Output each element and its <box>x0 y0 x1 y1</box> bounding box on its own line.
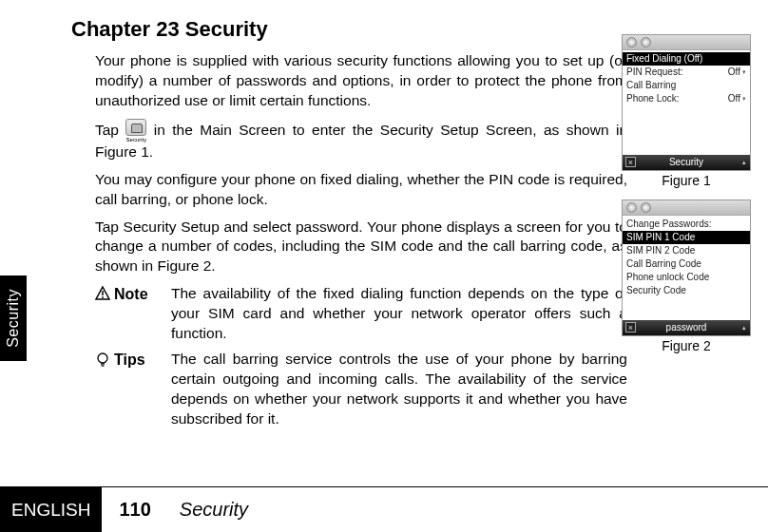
side-tab-label: Security <box>5 289 22 348</box>
lock-icon <box>125 119 146 136</box>
status-icon <box>641 37 651 48</box>
paragraph-1: Your phone is supplied with various secu… <box>95 51 627 111</box>
figure2-item[interactable]: Phone unlock Code <box>626 271 746 284</box>
tips-label-text: Tips <box>114 350 145 370</box>
list-item-label: Phone unlock Code <box>626 272 709 283</box>
figure2-title: password <box>666 322 707 333</box>
figure1-caption: Figure 1 <box>622 173 751 188</box>
figure1-pin-request[interactable]: PIN Request: Off ▾ <box>626 66 746 79</box>
page-footer: ENGLISH 110 Security <box>0 486 768 532</box>
status-icon <box>641 202 651 213</box>
figure2-item[interactable]: SIM PIN 1 Code <box>623 231 750 244</box>
status-icon <box>626 37 637 48</box>
list-item-label: Call Barring Code <box>626 258 701 270</box>
phone-lock-value: Off <box>728 93 740 104</box>
p2-suffix: in the Main Screen to enter the Security… <box>95 121 627 159</box>
figure1-body: Fixed Dialing (Off) PIN Request: Off ▾ C… <box>623 50 750 155</box>
figure2-topbar <box>623 200 750 216</box>
figure1-title: Security <box>669 157 703 168</box>
figure2-item[interactable]: Call Barring Code <box>626 257 746 271</box>
pin-request-label: PIN Request: <box>626 66 682 78</box>
figure1-topbar <box>623 35 750 50</box>
paragraph-4: Tap Security Setup and select password. … <box>95 218 627 277</box>
tips-body: The call barring service controls the us… <box>171 350 627 429</box>
section-name: Security <box>180 499 248 521</box>
svg-point-3 <box>98 353 107 363</box>
up-arrow-icon: ▴ <box>742 159 746 166</box>
up-arrow-icon: ▴ <box>742 324 746 332</box>
lightbulb-icon <box>95 352 110 369</box>
status-icon <box>626 202 637 213</box>
tips-block: Tips The call barring service controls t… <box>95 350 627 429</box>
pin-request-value: Off <box>728 66 740 78</box>
figure1-bottombar: × Security ▴ <box>623 155 750 170</box>
figure1-phone-lock[interactable]: Phone Lock: Off ▾ <box>626 92 746 105</box>
close-icon[interactable]: × <box>625 157 636 167</box>
change-passwords-label: Change Passwords: <box>626 218 712 230</box>
figure2-bottombar: × password ▴ <box>623 320 750 335</box>
note-body: The availability of the fixed dialing fu… <box>171 284 627 344</box>
figure2-body: Change Passwords: SIM PIN 1 Code SIM PIN… <box>623 216 750 320</box>
figure2-header: Change Passwords: <box>626 218 746 231</box>
figure1-phone: Fixed Dialing (Off) PIN Request: Off ▾ C… <box>622 34 751 171</box>
list-item-label: SIM PIN 1 Code <box>626 232 695 243</box>
p2-prefix: Tap <box>95 121 125 137</box>
close-icon[interactable]: × <box>625 322 636 332</box>
phone-lock-label: Phone Lock: <box>626 93 680 104</box>
figures-column: Fixed Dialing (Off) PIN Request: Off ▾ C… <box>622 34 751 365</box>
list-item-label: Security Code <box>626 285 686 296</box>
tips-label: Tips <box>95 350 171 429</box>
figure2-phone: Change Passwords: SIM PIN 1 Code SIM PIN… <box>622 200 751 336</box>
page-number: 110 <box>119 499 150 521</box>
call-barring-label: Call Barring <box>626 80 676 91</box>
security-icon: Security <box>125 119 146 142</box>
figure1-fixed-dialing[interactable]: Fixed Dialing (Off) <box>623 52 750 66</box>
paragraph-2: Tap Security in the Main Screen to enter… <box>95 119 627 162</box>
figure1-call-barring[interactable]: Call Barring <box>626 79 746 92</box>
note-label-text: Note <box>114 284 148 305</box>
figure2-item[interactable]: Security Code <box>626 284 746 297</box>
language-badge: ENGLISH <box>0 487 102 532</box>
note-block: Note The availability of the fixed diali… <box>95 284 627 344</box>
main-content: Your phone is supplied with various secu… <box>95 51 627 429</box>
security-icon-label: Security <box>125 137 146 142</box>
warning-icon <box>95 286 110 301</box>
note-label: Note <box>95 284 171 344</box>
side-tab: Security <box>0 276 27 361</box>
chevron-down-icon: ▾ <box>742 68 746 76</box>
figure2-item[interactable]: SIM PIN 2 Code <box>626 244 746 257</box>
list-item-label: SIM PIN 2 Code <box>626 245 695 256</box>
svg-point-2 <box>102 296 104 298</box>
figure2-caption: Figure 2 <box>622 338 751 353</box>
paragraph-3: You may configure your phone on fixed di… <box>95 170 627 210</box>
chevron-down-icon: ▾ <box>742 95 746 103</box>
fixed-dialing-label: Fixed Dialing (Off) <box>626 53 702 65</box>
